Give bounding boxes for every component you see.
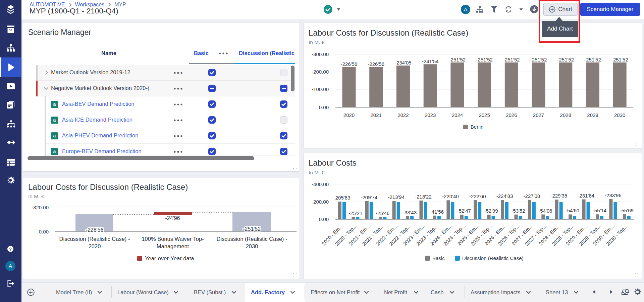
svg-text:-251'52: -251'52 — [557, 57, 574, 62]
svg-text:-231'64: -231'64 — [578, 193, 594, 199]
svg-text:-55'69: -55'69 — [620, 208, 634, 213]
svg-text:-213'94: -213'94 — [388, 194, 405, 200]
svg-text:2029: 2029 — [587, 112, 598, 118]
svg-text:-251'52: -251'52 — [530, 57, 547, 62]
svg-text:Discussion (Realistic Case): Discussion (Realistic Case) — [462, 255, 524, 261]
svg-text:-52'99: -52'99 — [484, 208, 498, 214]
svg-text:-222'60: -222'60 — [469, 193, 486, 199]
svg-text:2024: 2024 — [452, 112, 463, 118]
svg-text:-100.00: -100.00 — [312, 86, 329, 92]
svg-text:Berlin: Berlin — [471, 124, 483, 130]
svg-text:2027: 2027 — [533, 112, 544, 118]
svg-text:-234'05: -234'05 — [395, 60, 412, 66]
svg-text:0.00: 0.00 — [319, 104, 329, 110]
svg-text:-251'52: -251'52 — [503, 57, 520, 62]
svg-text:-52'47: -52'47 — [457, 208, 471, 214]
svg-text:2028: 2028 — [560, 112, 571, 118]
svg-text:-24'96: -24'96 — [165, 215, 180, 221]
svg-text:-251'52: -251'52 — [476, 57, 493, 62]
svg-text:2022: 2022 — [397, 112, 409, 118]
svg-text:2020: 2020 — [343, 112, 355, 118]
svg-text:-25'21: -25'21 — [348, 210, 362, 216]
svg-text:-226'56: -226'56 — [368, 61, 384, 67]
svg-text:-220'40: -220'40 — [442, 193, 459, 199]
svg-text:-251'52: -251'52 — [243, 226, 261, 232]
svg-text:Year-over-Year data: Year-over-Year data — [145, 255, 194, 261]
svg-text:2030: 2030 — [246, 243, 258, 249]
svg-text:-33'43: -33'43 — [403, 210, 417, 215]
svg-text:Management: Management — [157, 243, 189, 249]
svg-text:-25'46: -25'46 — [376, 210, 389, 216]
svg-text:-227'08: -227'08 — [524, 193, 540, 199]
svg-text:-218'22: -218'22 — [415, 194, 432, 200]
svg-text:2020: 2020 — [89, 243, 101, 249]
svg-text:0.00: 0.00 — [39, 229, 49, 234]
svg-text:-205'63: -205'63 — [334, 195, 351, 201]
svg-text:0.00: 0.00 — [319, 216, 329, 222]
svg-text:-200.00: -200.00 — [312, 199, 329, 205]
svg-text:Basic: Basic — [432, 255, 445, 261]
svg-text:-229'35: -229'35 — [550, 193, 567, 199]
svg-text:-224'83: -224'83 — [496, 193, 513, 199]
svg-text:-55'14: -55'14 — [593, 208, 606, 213]
svg-text:Discussion (Realistic Case) -: Discussion (Realistic Case) - — [217, 236, 287, 242]
svg-text:2030: 2030 — [614, 112, 625, 118]
svg-text:2021: 2021 — [371, 112, 382, 118]
svg-text:2025: 2025 — [479, 112, 490, 118]
svg-text:2023: 2023 — [425, 112, 436, 118]
svg-text:-54'06: -54'06 — [538, 208, 552, 214]
svg-text:-251'52: -251'52 — [584, 57, 601, 62]
svg-text:-300.00: -300.00 — [312, 51, 329, 57]
svg-text:-251'52: -251'52 — [611, 57, 628, 62]
svg-text:-209'74: -209'74 — [361, 195, 378, 200]
svg-text:-241'54: -241'54 — [422, 58, 439, 64]
svg-text:-251'52: -251'52 — [449, 57, 466, 62]
svg-text:2026: 2026 — [506, 112, 517, 118]
svg-text:?: ? — [9, 247, 12, 252]
svg-text:-320.00: -320.00 — [32, 205, 49, 210]
svg-text:-41'56: -41'56 — [430, 209, 444, 215]
svg-text:-54'60: -54'60 — [566, 208, 579, 213]
svg-text:-233'96: -233'96 — [605, 192, 622, 198]
svg-text:-226'56: -226'56 — [341, 61, 358, 67]
svg-text:-226'56: -226'56 — [86, 227, 104, 233]
svg-text:-400.00: -400.00 — [312, 181, 329, 187]
svg-text:-200.00: -200.00 — [312, 69, 329, 75]
svg-text:Discussion (Realistic Case) -: Discussion (Realistic Case) - — [59, 236, 130, 242]
svg-text:-53'52: -53'52 — [511, 208, 525, 214]
svg-text:100% Bonus Waiver Top-: 100% Bonus Waiver Top- — [142, 236, 204, 242]
